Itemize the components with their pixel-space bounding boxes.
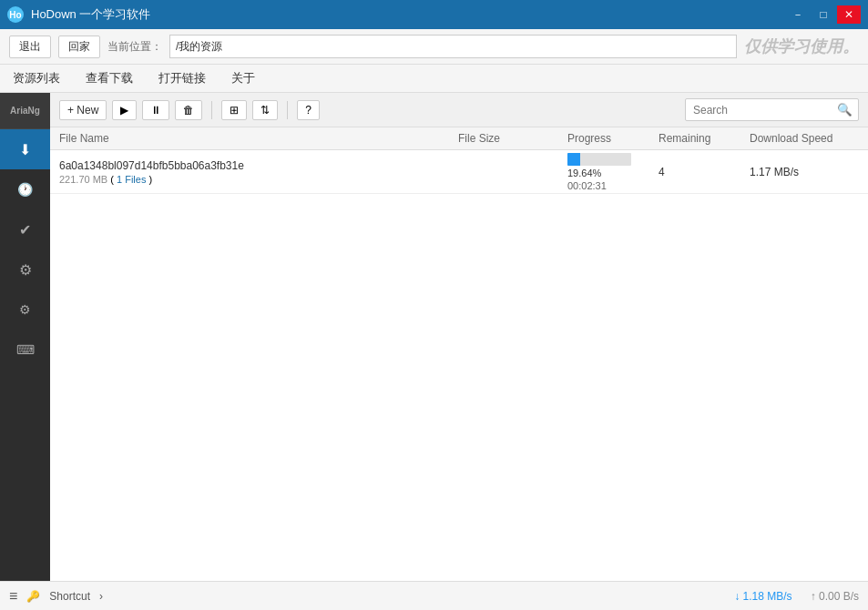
maximize-button[interactable]: □ [812, 5, 835, 24]
sidebar-logo: AriaNg [0, 93, 50, 129]
delete-button[interactable]: 🗑 [175, 100, 202, 120]
menu-open-link[interactable]: 打开链接 [155, 68, 209, 88]
file-meta-close: ) [148, 174, 152, 185]
help-button[interactable]: ? [297, 100, 320, 120]
app-icon: Ho [7, 6, 24, 23]
sidebar-item-clock[interactable]: 🕐 [0, 169, 50, 209]
download-speed-status: ↓ 1.18 MB/s [734, 590, 791, 603]
back-button[interactable]: 退出 [9, 36, 51, 58]
progress-text: 19.64% [567, 168, 601, 178]
menu-view-downloads[interactable]: 查看下载 [82, 68, 137, 88]
settings-icon: ⚙ [19, 261, 32, 279]
status-bar-right: ↓ 1.18 MB/s ↑ 0.00 B/s [734, 590, 859, 603]
search-button[interactable]: 🔍 [832, 99, 858, 120]
column-progress: Progress [567, 132, 659, 145]
progress-cell: 19.64% 00:02:31 [567, 153, 659, 191]
download-icon: ⬇ [19, 141, 31, 158]
search-icon: 🔍 [837, 103, 853, 117]
minimize-button[interactable]: － [786, 5, 810, 24]
column-remaining: Remaining [659, 132, 750, 145]
title-bar: Ho HoDown 一个学习软件 － □ ✕ [0, 0, 868, 29]
sidebar-item-advanced-settings[interactable]: ⚙ [0, 290, 50, 330]
home-button[interactable]: 回家 [58, 36, 100, 58]
close-button[interactable]: ✕ [837, 5, 861, 24]
upload-speed-status: ↑ 0.00 B/s [811, 590, 859, 603]
watermark-text: 仅供学习使用。 [744, 36, 859, 57]
file-meta: 221.70 MB ( 1 Files ) [59, 174, 458, 185]
download-table: File Name File Size Progress Remaining D… [50, 127, 868, 581]
file-size: 221.70 MB [59, 174, 107, 185]
clock-icon: 🕐 [17, 182, 33, 197]
sidebar-item-keyboard[interactable]: ⌨ [0, 330, 50, 370]
app-title: HoDown 一个学习软件 [31, 6, 150, 23]
menu-bar: 资源列表 查看下载 打开链接 关于 [0, 65, 868, 93]
title-bar-left: Ho HoDown 一个学习软件 [7, 6, 150, 23]
progress-bar-fill [567, 153, 580, 166]
delete-icon: 🗑 [183, 104, 194, 117]
sort-icon: ⇅ [260, 104, 270, 117]
check-icon: ✔ [19, 221, 31, 239]
shortcut-arrow: › [99, 590, 103, 603]
column-filename: File Name [59, 132, 458, 145]
sidebar-item-settings[interactable]: ⚙ [0, 249, 50, 290]
download-speed: 1.17 MB/s [750, 166, 859, 178]
play-button[interactable]: ▶ [112, 100, 137, 120]
advanced-settings-icon: ⚙ [19, 302, 31, 317]
file-name-cell: 6a0a1348bl097d14bfb5bba06a3fb31e 221.70 … [59, 152, 458, 192]
new-button[interactable]: + New [59, 100, 107, 120]
action-toolbar: + New ▶ ⏸ 🗑 ⊞ ⇅ ? [50, 93, 868, 127]
search-box: 🔍 [685, 98, 859, 121]
location-label: 当前位置： [107, 39, 162, 55]
window-controls: － □ ✕ [786, 5, 861, 24]
status-bar: ≡ 🔑 Shortcut › ↓ 1.18 MB/s ↑ 0.00 B/s [0, 581, 868, 610]
help-icon: ? [305, 104, 311, 117]
keyboard-icon: ⌨ [16, 342, 35, 357]
separator-1 [211, 101, 212, 119]
sidebar: AriaNg ⬇ 🕐 ✔ ⚙ ⚙ ⌨ [0, 93, 50, 581]
grid-button[interactable]: ⊞ [221, 100, 247, 120]
table-header: File Name File Size Progress Remaining D… [50, 127, 868, 150]
shortcut-label[interactable]: Shortcut [49, 590, 90, 603]
file-meta-space: ( [110, 174, 114, 185]
pause-icon: ⏸ [150, 104, 161, 117]
menu-about[interactable]: 关于 [228, 68, 259, 88]
sidebar-item-download[interactable]: ⬇ [0, 129, 50, 169]
main-layout: AriaNg ⬇ 🕐 ✔ ⚙ ⚙ ⌨ + New ▶ ⏸ [0, 93, 868, 581]
play-icon: ▶ [120, 104, 128, 117]
grid-icon: ⊞ [230, 104, 239, 117]
top-toolbar: 退出 回家 当前位置： 仅供学习使用。 [0, 29, 868, 65]
menu-resource-list[interactable]: 资源列表 [9, 68, 64, 88]
remaining-count: 4 [659, 166, 750, 178]
file-count[interactable]: 1 Files [117, 174, 146, 185]
shortcut-icon: 🔑 [26, 590, 40, 603]
pause-button[interactable]: ⏸ [142, 100, 169, 120]
search-input[interactable] [686, 101, 832, 119]
column-filesize: File Size [458, 132, 567, 145]
time-remaining: 00:02:31 [567, 180, 607, 191]
column-speed: Download Speed [750, 132, 859, 145]
location-input[interactable] [169, 35, 737, 58]
separator-2 [287, 101, 288, 119]
menu-icon[interactable]: ≡ [9, 588, 17, 605]
progress-bar-container [567, 153, 631, 166]
file-name: 6a0a1348bl097d14bfb5bba06a3fb31e [59, 159, 458, 172]
content-area: + New ▶ ⏸ 🗑 ⊞ ⇅ ? [50, 93, 868, 581]
sort-button[interactable]: ⇅ [252, 100, 278, 120]
table-row[interactable]: 6a0a1348bl097d14bfb5bba06a3fb31e 221.70 … [50, 150, 868, 194]
sidebar-item-check[interactable]: ✔ [0, 209, 50, 249]
